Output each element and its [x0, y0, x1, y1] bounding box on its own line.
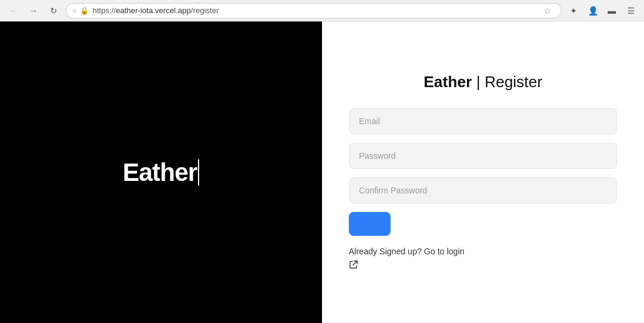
toolbar-right: ✦ 👤 ▬ ☰: [565, 2, 639, 19]
page-title-brand: Eather: [424, 73, 472, 91]
page-title-text: Register: [485, 73, 543, 91]
reload-button[interactable]: ↻: [45, 2, 62, 19]
brand-text: Eather: [123, 158, 197, 187]
extensions-button[interactable]: ▬: [603, 2, 620, 19]
url-text: https://eather-iota.vercel.app/register: [92, 6, 537, 15]
bookmark-button[interactable]: ☆: [540, 5, 555, 17]
brand-logo: Eather: [123, 158, 200, 187]
submit-button[interactable]: [349, 212, 391, 236]
left-panel: Eather: [0, 21, 322, 323]
url-domain: eather-iota.vercel.app: [116, 6, 191, 15]
page-title: Eather | Register: [349, 73, 617, 91]
cursor-blink: [198, 159, 199, 186]
password-input[interactable]: [349, 143, 617, 169]
back-button[interactable]: ←: [5, 2, 21, 19]
lock-icon: 🔒: [80, 7, 89, 15]
external-link-icon[interactable]: [349, 260, 358, 271]
main-content: Eather Eather | Register Already Signed …: [0, 21, 644, 323]
address-bar[interactable]: ○ 🔒 https://eather-iota.vercel.app/regis…: [66, 3, 562, 19]
pocket-button[interactable]: ✦: [565, 2, 582, 19]
account-button[interactable]: 👤: [584, 2, 601, 19]
register-form: Eather | Register Already Signed up? Go …: [337, 73, 629, 272]
page-title-separator: |: [472, 73, 484, 91]
browser-chrome: ← → ↻ ○ 🔒 https://eather-iota.vercel.app…: [0, 0, 644, 21]
confirm-password-input[interactable]: [349, 177, 617, 204]
url-path: /register: [191, 6, 219, 15]
right-panel: Eather | Register Already Signed up? Go …: [322, 21, 644, 323]
email-input[interactable]: [349, 108, 617, 134]
shield-icon: ○: [72, 7, 76, 15]
forward-button[interactable]: →: [25, 2, 42, 19]
login-link-text: Already Signed up? Go to login: [349, 247, 617, 256]
menu-button[interactable]: ☰: [623, 2, 639, 19]
